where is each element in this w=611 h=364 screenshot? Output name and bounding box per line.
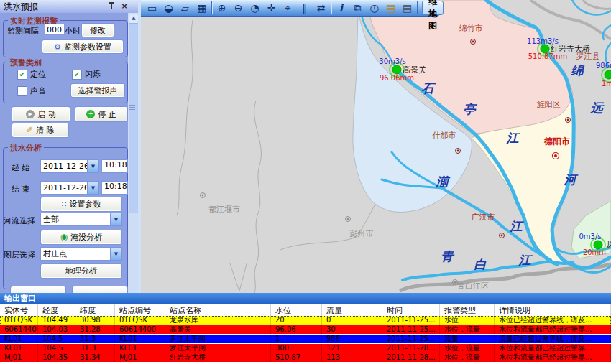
- interval-input[interactable]: [45, 24, 65, 35]
- measure-area-icon[interactable]: ▱: [177, 1, 193, 15]
- table-cell: 60614400: [0, 325, 38, 334]
- analysis-group-title: 洪水分析: [8, 143, 44, 154]
- hidden-button-left[interactable]: [10, 286, 66, 293]
- start-time-spinner[interactable]: 10:18 ▲▼: [101, 159, 129, 173]
- select-alarm-sound-button[interactable]: 选择警报声: [70, 83, 125, 98]
- checkmark-icon: ✔: [17, 70, 27, 80]
- column-header[interactable]: 站点编号: [115, 304, 165, 316]
- interval-unit-label: 小时: [65, 26, 81, 37]
- table-row[interactable]: 01LQSK104.4930.9801LQSK龙泉水库2002011-11-25…: [0, 316, 611, 325]
- river-select-combo[interactable]: 全部 ▼: [40, 213, 122, 226]
- column-header[interactable]: 详情说明: [495, 304, 611, 316]
- print-icon[interactable]: ▤: [399, 1, 415, 15]
- pause-icon[interactable]: ∥: [296, 1, 313, 15]
- table-cell: 20: [271, 316, 322, 325]
- table-row[interactable]: KL01104.531.3KL01罗江太平闸19862011-11-25...流…: [0, 335, 611, 344]
- table-cell: 1: [271, 335, 322, 343]
- clear-button[interactable]: ✐ 清 除: [12, 123, 69, 138]
- column-header[interactable]: 实体号: [0, 304, 38, 316]
- checkmark-icon: [17, 86, 27, 96]
- table-cell: 高景关: [165, 325, 271, 334]
- broom-icon: ✐: [26, 126, 33, 134]
- table-cell: 水位，流量: [440, 353, 495, 362]
- table-cell: 31.3: [75, 335, 115, 343]
- end-time-spinner[interactable]: 10:18 ▲▼: [101, 181, 129, 195]
- table-row[interactable]: 60614400104.0331.2860614400高景关96.0630201…: [0, 325, 611, 335]
- zoom-select-icon[interactable]: ⌖: [280, 1, 296, 15]
- checkbox-flash[interactable]: ✔ 闪烁: [72, 69, 101, 80]
- column-header[interactable]: 水位: [271, 304, 322, 316]
- gear-icon: ⚙: [54, 43, 61, 51]
- zoom-in-icon[interactable]: ⊕: [213, 1, 230, 15]
- measure-radius-icon[interactable]: ◒: [160, 1, 177, 15]
- clock-icon[interactable]: ◷: [366, 1, 382, 15]
- set-params-button[interactable]: ∷ 设置参数: [40, 197, 122, 212]
- params-icon: ∷: [62, 200, 67, 208]
- table-cell: 流量: [440, 335, 495, 343]
- layer-select-label: 图层选择: [4, 250, 35, 261]
- table-header: 实体号经度纬度站点编号站点名称水位流量时间报警类型详情说明: [0, 304, 611, 317]
- table-cell: KL01: [0, 335, 38, 343]
- chevron-down-icon: ▼: [87, 182, 98, 194]
- checkmark-icon: ✔: [72, 70, 82, 80]
- chevron-down-icon: ▼: [110, 213, 121, 225]
- table-cell: 水位，流量: [440, 325, 495, 334]
- table-cell: 水位和流量都已经超过警界...: [495, 325, 611, 334]
- export-icon[interactable]: ⧉: [349, 1, 366, 15]
- map-view[interactable]: 绵竹市罗江县什邡市旌阳区德阳市广汉市都江堰市彭州市青白江区石亭江湔江绵远河青白江…: [141, 0, 611, 293]
- sidebar-panel: 洪水预报 × 实时监测报警 监测间隔 小时 修改 ⚙ 监测参数设置 预警类别 ✔…: [0, 0, 138, 293]
- map-canvas: [141, 0, 611, 293]
- table-cell: 113: [322, 353, 382, 362]
- table-cell: 0: [322, 316, 382, 325]
- table-cell: 水位，流量: [440, 344, 495, 353]
- pin-icon[interactable]: [106, 1, 116, 11]
- flood-analysis-button[interactable]: ◉ 淹没分析: [40, 230, 122, 245]
- column-header[interactable]: 流量: [322, 304, 382, 316]
- table-cell: KL01: [115, 344, 165, 353]
- output-window-titlebar: 输出窗口: [0, 293, 611, 304]
- print-preview-icon[interactable]: ▤: [382, 1, 399, 15]
- table-row[interactable]: MJ01104.3531.34MJ01红岩寺大桥510.871132011-11…: [0, 353, 611, 363]
- checkbox-sound[interactable]: 声音: [17, 85, 46, 96]
- table-cell: 水位已经超过警界线，请及...: [495, 316, 611, 325]
- table-cell: 104.5: [38, 344, 75, 353]
- column-header[interactable]: 经度: [38, 304, 75, 316]
- table-cell: 31.34: [75, 353, 115, 362]
- column-header[interactable]: 站点名称: [165, 304, 271, 316]
- stop-button[interactable]: + 停 止: [75, 106, 128, 122]
- table-cell: MJ01: [0, 353, 38, 362]
- monitor-params-button[interactable]: ⚙ 监测参数设置: [42, 39, 124, 54]
- full-extent-icon[interactable]: ◔: [247, 1, 263, 15]
- scrollbar-thumb[interactable]: [129, 24, 138, 213]
- hidden-button-right[interactable]: [72, 286, 128, 293]
- measure-distance-icon[interactable]: ▭: [144, 1, 160, 15]
- column-header[interactable]: 报警类型: [440, 304, 495, 316]
- start-time-label: 起 始: [12, 162, 30, 173]
- map-3d-button[interactable]: 三维地图: [422, 1, 444, 15]
- table-cell: 300: [271, 344, 322, 353]
- layer-select-combo[interactable]: 村庄点 ▼: [40, 247, 122, 261]
- table-cell: 2011-11-25...: [382, 316, 440, 325]
- sidebar-scrollbar[interactable]: ▲: [128, 13, 138, 293]
- refresh-icon[interactable]: ⇄: [313, 1, 329, 15]
- column-header[interactable]: 时间: [382, 304, 440, 316]
- scroll-up-icon[interactable]: ▲: [129, 14, 138, 24]
- geo-analysis-button[interactable]: 地理分析: [40, 263, 122, 279]
- table-cell: KL01: [115, 335, 165, 343]
- end-date-combo[interactable]: 2011-12-26 ▼: [40, 181, 99, 195]
- modify-button[interactable]: 修改: [81, 23, 114, 37]
- pan-icon[interactable]: ✛: [263, 1, 280, 15]
- table-cell: 水位: [440, 316, 495, 325]
- column-header[interactable]: 纬度: [75, 304, 115, 316]
- table-row[interactable]: KL01104.531.3KL01罗江太平闸3001212011-11-28..…: [0, 344, 611, 353]
- grid-icon[interactable]: ▦: [193, 1, 210, 15]
- info-icon[interactable]: i: [333, 1, 349, 15]
- start-button[interactable]: ▶ 启 动: [12, 106, 70, 122]
- zoom-out-icon[interactable]: ⊖: [230, 1, 247, 15]
- close-icon[interactable]: ×: [119, 1, 129, 11]
- table-cell: 水位和流量都已经超过警界...: [495, 353, 611, 362]
- table-cell: 104.35: [38, 353, 75, 362]
- checkbox-locate[interactable]: ✔ 定位: [17, 69, 46, 80]
- start-date-combo[interactable]: 2011-12-26 ▼: [40, 159, 99, 173]
- table-cell: 2011-11-28...: [382, 344, 440, 353]
